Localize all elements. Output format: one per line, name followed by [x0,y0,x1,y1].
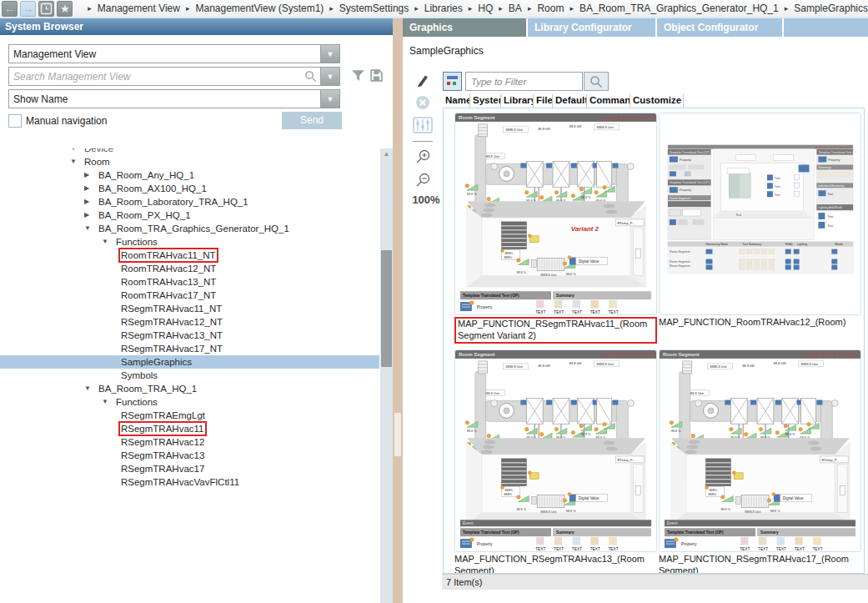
tree-item[interactable]: ▼Device [0,148,379,155]
system-tree: ▼Device▼Room▶BA_Room_Any_HQ_1▶BA_Room_AX… [0,148,379,603]
graphic-thumbnail[interactable] [454,349,657,552]
tree-expander-open[interactable]: ▼ [102,235,116,249]
column-header-system[interactable]: System [470,94,501,108]
tree-item[interactable]: RSegmTRAHvacVavFlCtl11 [0,475,379,489]
tree-item[interactable]: ▼Functions [0,235,379,249]
tree-expander-open[interactable]: ▼ [70,148,84,155]
history-icon[interactable] [38,1,54,17]
graphic-thumbnail[interactable] [659,113,861,315]
column-header-default[interactable]: Default [553,94,587,108]
chevron-down-icon[interactable]: ▼ [320,45,339,63]
thumbnail-caption: MAP_FUNCTION_RSegmTRAHvac13_(Room Segmen… [454,554,657,574]
tree-item[interactable]: ▶BA_Room_Laboratory_TRA_HQ_1 [0,195,379,209]
tree-item[interactable]: SampleGraphics [0,355,379,369]
search-icon[interactable] [300,70,320,83]
graphic-thumbnail[interactable] [659,349,861,552]
forward-button[interactable]: → [20,1,36,17]
breadcrumb-separator: ▸ [469,4,473,13]
tree-expander-open[interactable]: ▼ [84,222,98,235]
view-selector-value: Management View [9,48,320,60]
breadcrumb-separator: ▸ [528,4,532,13]
column-header-command[interactable]: Command [587,94,630,108]
tree-item[interactable]: RSegmTRAHvac12_NT [0,315,379,329]
tree-item[interactable]: ▼Functions [0,395,379,409]
graphic-thumbnail[interactable] [454,113,657,315]
breadcrumb-item[interactable]: SampleGraphics [794,3,868,14]
zoom-in-icon[interactable] [411,147,434,167]
tree-item[interactable]: RSegmTRAHvac13 [0,449,379,462]
breadcrumb-separator: ▸ [414,4,419,13]
edit-pen-icon[interactable] [411,70,434,90]
column-header-name[interactable]: Name [443,94,470,108]
tree-item[interactable]: RSegmTRAHvac13_NT [0,329,379,342]
tree-item[interactable]: ▶BA_Room_PX_HQ_1 [0,209,379,222]
scrollbar-thumb[interactable] [381,250,392,367]
graphic-thumbnail-cell: MAP_FUNCTION_RSegmTRAHvac17_(Room Segmen… [659,349,861,574]
manual-navigation-checkbox[interactable] [8,114,22,128]
tree-item[interactable]: RSegmTRAHvac11 [0,422,379,435]
tree-expander-open[interactable]: ▼ [70,155,84,168]
send-button[interactable]: Send [282,112,342,129]
tree-item[interactable]: ▼Room [0,155,379,168]
breadcrumb-item[interactable]: ManagementView (System1) [195,3,324,14]
tree-item[interactable]: ▼BA_Room_TRA_HQ_1 [0,382,379,395]
tree-expander-closed[interactable]: ▶ [84,168,98,182]
zoom-out-icon[interactable] [411,170,434,190]
search-options-chevron-icon[interactable]: ▼ [320,68,339,85]
back-button[interactable]: ← [2,1,18,17]
tree-item[interactable]: RSegmTRAHvac12 [0,435,379,449]
tree-item[interactable]: Symbols [0,369,379,382]
display-mode-dropdown[interactable]: Show Name ▼ [8,89,340,108]
filter-input[interactable] [465,72,583,91]
tab-graphics[interactable]: Graphics [403,18,526,37]
tree-expander-closed[interactable]: ▶ [84,182,98,195]
tree-expander-open[interactable]: ▼ [102,395,116,409]
tree-item[interactable]: RoomTRAHvac11_NT [0,249,379,262]
tree-item[interactable]: RSegmTRAEmgLgt [0,409,379,422]
system-browser-panel: System Browser Management View ▼ ▼ Show … [0,18,393,603]
tree-item[interactable]: ▶BA_Room_AX100_HQ_1 [0,182,379,195]
tab-object-configurator[interactable]: Object Configurator [657,18,782,37]
tree-item[interactable]: RSegmTRAHvac11_NT [0,302,379,315]
breadcrumb-item[interactable]: HQ [478,3,493,14]
chevron-down-icon[interactable]: ▼ [320,90,339,108]
panel-splitter[interactable] [393,18,403,603]
tree-expander-open[interactable]: ▼ [84,382,98,395]
view-layout-icon[interactable] [443,72,462,91]
tree-item[interactable]: RoomTRAHvac13_NT [0,275,379,289]
favorites-star-icon[interactable]: ★ [57,1,73,17]
splitter-grip[interactable] [394,413,401,456]
scroll-up-icon[interactable]: ▲ [380,148,393,159]
view-selector-dropdown[interactable]: Management View ▼ [8,44,340,63]
breadcrumb-item[interactable]: SystemSettings [339,3,409,14]
selected-object-label: SampleGraphics [409,45,484,57]
column-header-file[interactable]: File [534,94,553,108]
breadcrumb-item[interactable]: Management View [98,3,180,14]
filter-search-button[interactable] [584,72,609,91]
tree-expander-closed[interactable]: ▶ [84,195,98,209]
breadcrumb-item[interactable]: Libraries [424,3,463,14]
breadcrumb-item[interactable]: BA_Room_TRA_Graphics_Generator_HQ_1 [580,3,779,14]
column-header-customize[interactable]: Customize [630,94,684,108]
tree-item[interactable]: RSegmTRAHvac17_NT [0,342,379,355]
tab-bar-filler [784,18,868,37]
breadcrumb-item[interactable]: BA [509,3,522,14]
save-icon[interactable] [369,68,384,85]
tree-item[interactable]: RoomTRAHvac12_NT [0,262,379,275]
tab-library-configurator[interactable]: Library Configurator [528,18,655,37]
breadcrumb-item[interactable]: Room [537,3,564,14]
tree-item[interactable]: RoomTRAHvac17_NT [0,289,379,302]
tree-scrollbar[interactable]: ▲ [380,148,393,603]
clear-x-icon[interactable] [411,93,434,113]
column-header-library[interactable]: Library [501,94,534,108]
sliders-icon[interactable] [411,115,434,135]
tree-item[interactable]: RSegmTRAHvac17 [0,462,379,475]
breadcrumb-separator: ▸ [569,4,574,13]
thumbnail-caption: MAP_FUNCTION_RSegmTRAHvac11_(Room Segmen… [454,317,657,344]
tree-expander-closed[interactable]: ▶ [84,209,98,222]
tree-item[interactable]: ▶BA_Room_Any_HQ_1 [0,168,379,182]
tree-item[interactable]: ▼BA_Room_TRA_Graphics_Generator_HQ_1 [0,222,379,235]
search-input[interactable] [9,70,300,83]
filter-icon[interactable] [351,68,365,85]
tree-item-label: RSegmTRAHvac11_NT [121,304,222,314]
